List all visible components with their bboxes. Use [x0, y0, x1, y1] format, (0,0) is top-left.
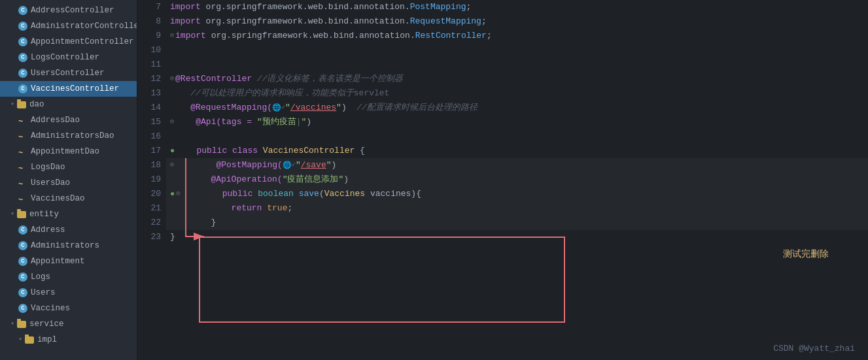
sidebar-item-logs-entity[interactable]: C Logs [0, 269, 137, 285]
sidebar-item-vaccines-dao[interactable]: VaccinesDao [0, 191, 137, 206]
class-icon: C [18, 22, 27, 31]
dao-icon [18, 163, 27, 172]
class-icon: C [18, 53, 27, 62]
code-line-21: return true; [166, 201, 868, 216]
class-icon: C [18, 288, 27, 297]
sidebar-item-users-entity[interactable]: C Users [0, 285, 137, 301]
chevron-down-icon: ▾ [10, 209, 14, 220]
code-line-9: ⊖import org.springframework.web.bind.ann… [166, 29, 868, 43]
folder-icon [25, 336, 34, 344]
code-line-18: ⊖ @PostMapping(🌐✓"/save") [166, 158, 868, 172]
sidebar-item-address-entity[interactable]: C Address [0, 222, 137, 238]
class-icon: C [18, 225, 27, 235]
dao-icon [18, 147, 27, 156]
chevron-down-icon: ▾ [10, 99, 14, 110]
folder-icon [17, 101, 26, 108]
sidebar-item-appointment-controller[interactable]: C AppointmentController [0, 34, 137, 50]
dao-icon [18, 116, 27, 125]
watermark: CSDN @Wyatt_zhai [773, 344, 855, 353]
chevron-down-icon: ▾ [18, 335, 22, 345]
sidebar-item-service-folder[interactable]: ▾ service [0, 316, 137, 332]
file-tree[interactable]: C AddressController C AdministratorContr… [0, 0, 137, 360]
dao-icon [18, 178, 27, 188]
code-line-15: ⊖ @Api(tags = "预约疫苗|") [166, 115, 868, 129]
code-line-20: ●⊖ public boolean save(Vaccines vaccines… [166, 187, 868, 201]
class-icon: C [18, 257, 27, 266]
highlight-box [199, 237, 565, 323]
sidebar-item-vaccines-controller[interactable]: C VaccinesController [0, 81, 137, 97]
sidebar-item-logs-controller[interactable]: C LogsController [0, 50, 137, 65]
line-numbers: 7 8 9 10 11 12 13 14 15 16 17 18 19 20 2… [137, 0, 166, 360]
code-line-11 [166, 57, 868, 72]
code-line-13: //可以处理用户的请求和响应，功能类似于servlet [166, 86, 868, 101]
chevron-down-icon: ▾ [10, 319, 14, 329]
dao-icon [18, 131, 27, 140]
class-icon: C [18, 272, 27, 282]
code-line-17: ● public class VaccinesController { [166, 144, 868, 158]
code-editor: 7 8 9 10 11 12 13 14 15 16 17 18 19 20 2… [137, 0, 868, 360]
code-area[interactable]: import org.springframework.web.bind.anno… [166, 0, 868, 360]
sidebar-item-impl-folder[interactable]: ▾ impl [0, 332, 137, 348]
sidebar-item-users-controller[interactable]: C UsersController [0, 65, 137, 81]
sidebar-item-administrator-controller[interactable]: C AdministratorController [0, 18, 137, 34]
code-line-23: } [166, 230, 868, 244]
code-line-16 [166, 129, 868, 144]
code-line-22: } [166, 216, 868, 230]
sidebar-item-entity-folder[interactable]: ▾ entity [0, 206, 137, 222]
class-icon: C [18, 84, 27, 93]
class-icon: C [18, 37, 27, 46]
code-line-10 [166, 43, 868, 57]
folder-icon [17, 321, 26, 328]
folder-icon [17, 211, 26, 218]
code-line-12: ⊖@RestController //语义化标签，表名该类是一个控制器 [166, 72, 868, 86]
sidebar-item-address-controller[interactable]: C AddressController [0, 3, 137, 18]
sidebar-item-vaccines-entity[interactable]: C Vaccines [0, 301, 137, 316]
sidebar-item-administrators-entity[interactable]: C Administrators [0, 238, 137, 254]
class-icon: C [18, 304, 27, 313]
sidebar-item-users-dao[interactable]: UsersDao [0, 175, 137, 191]
sidebar-item-dao-folder[interactable]: ▾ dao [0, 97, 137, 112]
code-line-19: @ApiOperation("疫苗信息添加") [166, 172, 868, 187]
class-icon: C [18, 69, 27, 78]
sidebar-item-administrators-dao[interactable]: AdministratorsDao [0, 128, 137, 144]
code-line-7: import org.springframework.web.bind.anno… [166, 0, 868, 14]
sidebar-item-appointment-dao[interactable]: AppointmentDao [0, 144, 137, 159]
code-line-14: @RequestMapping(🌐✓"/vaccines") //配置请求时候后… [166, 101, 868, 115]
sidebar-item-appointment-entity[interactable]: C Appointment [0, 254, 137, 269]
dao-icon [18, 194, 27, 203]
annotation-label: 测试完删除 [783, 248, 829, 260]
sidebar-item-logs-dao[interactable]: LogsDao [0, 159, 137, 175]
class-icon: C [18, 241, 27, 250]
code-line-8: import org.springframework.web.bind.anno… [166, 14, 868, 29]
sidebar-item-address-dao[interactable]: AddressDao [0, 112, 137, 128]
class-icon: C [18, 6, 27, 15]
